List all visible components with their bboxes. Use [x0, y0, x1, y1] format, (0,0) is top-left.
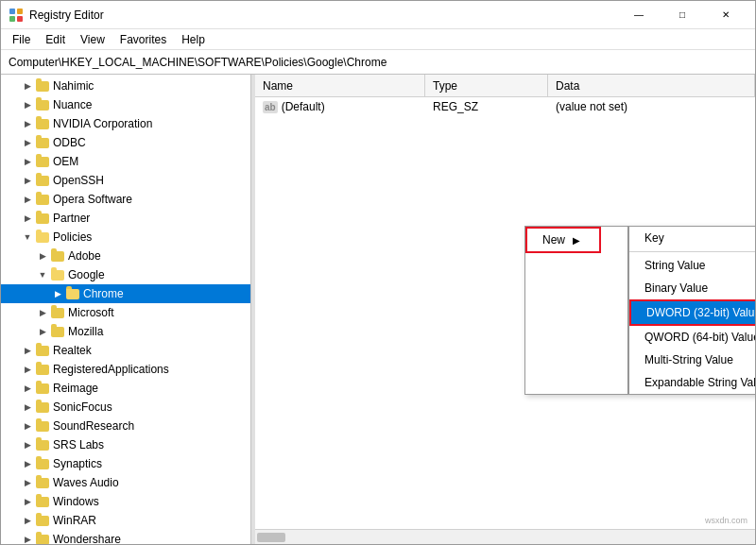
tree-item-sonicfocus[interactable]: ▶ SonicFocus [1, 398, 250, 417]
tree-item-realtek[interactable]: ▶ Realtek [1, 341, 250, 360]
menu-help[interactable]: Help [174, 31, 213, 48]
tree-item-reimage[interactable]: ▶ Reimage [1, 379, 250, 398]
new-label: New [542, 233, 565, 247]
expand-icon: ▶ [35, 251, 50, 261]
folder-icon [35, 136, 50, 149]
tree-item-wondershare[interactable]: ▶ Wondershare [1, 530, 250, 544]
menu-favorites[interactable]: Favorites [112, 31, 174, 48]
tree-label: NVIDIA Corporation [53, 117, 152, 130]
tree-item-chrome[interactable]: ▶ Chrome [1, 284, 250, 303]
tree-item-opera[interactable]: ▶ Opera Software [1, 190, 250, 209]
menu-file[interactable]: File [5, 31, 38, 48]
list-row-default[interactable]: ab (Default) REG_SZ (value not set) [255, 97, 755, 116]
scrollbar-thumb[interactable] [257, 533, 285, 542]
tree-item-synaptics[interactable]: ▶ Synaptics [1, 454, 250, 473]
folder-icon [35, 476, 50, 489]
tree-item-nahimic[interactable]: ▶ Nahimic [1, 77, 250, 95]
tree-item-regapps[interactable]: ▶ RegisteredApplications [1, 360, 250, 379]
tree-item-nuance[interactable]: ▶ Nuance [1, 95, 250, 114]
tree-label: SonicFocus [53, 400, 112, 414]
sub-multi-string[interactable]: Multi-String Value [629, 349, 755, 371]
tree-item-soundresearch[interactable]: ▶ SoundResearch [1, 417, 250, 435]
tree-label: Synaptics [53, 457, 102, 470]
tree-item-openssh[interactable]: ▶ OpenSSH [1, 171, 250, 190]
expand-icon: ▶ [35, 327, 50, 336]
svg-rect-3 [17, 16, 23, 22]
col-header-type: Type [425, 75, 548, 96]
tree-item-windows[interactable]: ▶ Windows [1, 492, 250, 511]
tree-label: Opera Software [53, 193, 132, 206]
svg-rect-2 [9, 16, 15, 22]
sub-binary-value[interactable]: Binary Value [629, 277, 755, 299]
tree-item-google[interactable]: ▼ Google [1, 265, 250, 284]
folder-icon [35, 419, 50, 433]
tree-item-microsoft[interactable]: ▶ Microsoft [1, 303, 250, 322]
tree-item-wavesaudio[interactable]: ▶ Waves Audio [1, 473, 250, 492]
sub-string-value[interactable]: String Value [629, 254, 755, 277]
sub-key[interactable]: Key [629, 227, 755, 249]
tree-label: Nuance [53, 98, 92, 111]
minimize-button[interactable]: — [617, 1, 661, 29]
scrollbar[interactable] [255, 529, 755, 544]
folder-icon [35, 117, 50, 130]
cell-type: REG_SZ [425, 100, 548, 113]
svg-rect-0 [9, 9, 15, 14]
folder-icon [35, 155, 50, 168]
sub-dword-value[interactable]: DWORD (32-bit) Value [629, 299, 755, 326]
tree-item-partner[interactable]: ▶ Partner [1, 209, 250, 228]
menu-view[interactable]: View [73, 31, 112, 48]
ctx-new[interactable]: New ▶ [527, 229, 599, 251]
expand-icon: ▶ [20, 459, 35, 468]
sub-qword-value[interactable]: QWORD (64-bit) Value [629, 326, 755, 349]
tree-item-odbc[interactable]: ▶ ODBC [1, 133, 250, 152]
expand-icon: ▶ [20, 478, 35, 487]
expand-icon: ▶ [20, 365, 35, 374]
col-header-name: Name [255, 75, 425, 96]
menu-edit[interactable]: Edit [38, 31, 73, 48]
folder-icon [35, 363, 50, 376]
folder-icon [35, 495, 50, 508]
default-name-label: (Default) [282, 100, 325, 113]
svg-rect-1 [17, 9, 23, 14]
folder-icon [35, 457, 50, 470]
tree-label: Nahimic [53, 79, 94, 93]
tree-label: Chrome [83, 287, 124, 300]
tree-item-oem[interactable]: ▶ OEM [1, 152, 250, 171]
new-menu-item[interactable]: New ▶ [525, 227, 601, 253]
expand-icon: ▶ [20, 176, 35, 185]
tree-pane[interactable]: ▶ Nahimic ▶ Nuance ▶ NVIDIA Corporation … [1, 75, 251, 544]
tree-item-mozilla[interactable]: ▶ Mozilla [1, 322, 250, 341]
tree-label: OpenSSH [53, 174, 104, 187]
folder-icon [35, 193, 50, 206]
sub-expandable-string[interactable]: Expandable String Value [629, 371, 755, 394]
watermark: wsxdn.com [705, 516, 747, 525]
expand-icon: ▶ [20, 195, 35, 204]
tree-label: Mozilla [68, 325, 103, 338]
expand-icon: ▶ [20, 516, 35, 525]
close-button[interactable]: ✕ [704, 1, 747, 29]
tree-label: Adobe [68, 249, 101, 263]
tree-label: Microsoft [68, 306, 114, 319]
tree-label: ODBC [53, 136, 86, 149]
tree-item-adobe[interactable]: ▶ Adobe [1, 247, 250, 265]
tree-label: Google [68, 268, 105, 281]
tree-label: Windows [53, 495, 99, 508]
expand-icon: ▶ [20, 402, 35, 412]
list-header: Name Type Data [255, 75, 755, 97]
tree-label: Realtek [53, 344, 92, 357]
folder-icon [35, 79, 50, 93]
tree-item-nvidia[interactable]: ▶ NVIDIA Corporation [1, 114, 250, 133]
tree-item-winrar[interactable]: ▶ WinRAR [1, 511, 250, 530]
maximize-button[interactable]: □ [661, 1, 704, 29]
tree-item-policies[interactable]: ▼ Policies [1, 228, 250, 247]
tree-item-srslabs[interactable]: ▶ SRS Labs [1, 435, 250, 454]
registry-editor-window: Registry Editor — □ ✕ File Edit View Fav… [0, 0, 756, 545]
tree-label: SoundResearch [53, 419, 134, 433]
col-header-data: Data [548, 75, 755, 96]
expand-icon: ▶ [20, 81, 35, 91]
address-bar: Computer\HKEY_LOCAL_MACHINE\SOFTWARE\Pol… [1, 50, 755, 75]
folder-open-icon [50, 268, 65, 281]
folder-icon [35, 400, 50, 414]
expand-icon: ▶ [20, 383, 35, 393]
main-content: ▶ Nahimic ▶ Nuance ▶ NVIDIA Corporation … [1, 75, 755, 544]
